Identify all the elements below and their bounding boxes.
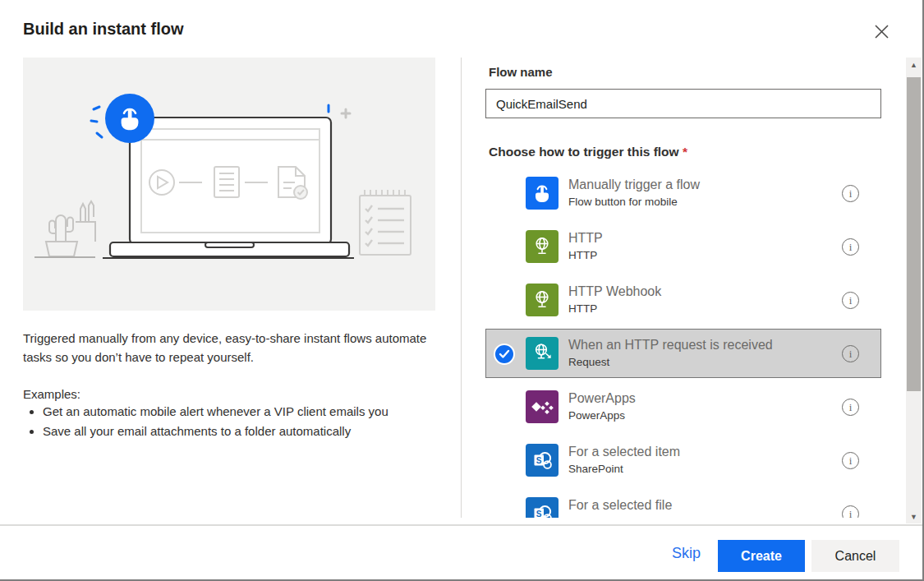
panel-divider: [461, 58, 462, 518]
create-button[interactable]: Create: [718, 540, 805, 572]
trigger-text: PowerAppsPowerApps: [568, 390, 831, 423]
trigger-option[interactable]: SFor a selected filei: [485, 489, 881, 518]
flow-name-input[interactable]: [485, 89, 881, 118]
trigger-subtitle: HTTP: [568, 301, 831, 316]
info-icon[interactable]: i: [842, 238, 859, 256]
info-icon[interactable]: i: [842, 292, 859, 309]
example-item: Get an automatic mobile alert whenever a…: [43, 402, 430, 422]
dialog-title: Build an instant flow: [23, 20, 184, 39]
close-button[interactable]: [864, 14, 899, 48]
powerapps-icon: [526, 390, 559, 423]
info-icon[interactable]: i: [842, 345, 859, 362]
trigger-subtitle: HTTP: [568, 247, 831, 263]
description-text: Triggered manually from any device, easy…: [23, 329, 440, 367]
trigger-option[interactable]: When an HTTP request is receivedRequesti: [485, 329, 881, 378]
trigger-text: HTTP WebhookHTTP: [568, 283, 831, 316]
skip-button[interactable]: Skip: [672, 545, 701, 562]
example-item: Save all your email attachments to a fol…: [43, 422, 430, 441]
examples-label: Examples:: [23, 385, 440, 403]
trigger-option[interactable]: Manually trigger a flowFlow button for m…: [485, 168, 881, 218]
scrollbar-thumb[interactable]: [907, 77, 921, 391]
info-icon[interactable]: i: [842, 452, 859, 469]
close-icon: [874, 24, 890, 39]
svg-text:S: S: [536, 456, 542, 465]
trigger-title: HTTP: [568, 229, 831, 247]
examples-list: Get an automatic mobile alert whenever a…: [26, 402, 430, 441]
info-icon[interactable]: i: [842, 399, 859, 416]
trigger-title: Manually trigger a flow: [568, 176, 831, 194]
trigger-text: For a selected itemSharePoint: [568, 443, 831, 477]
sharepoint-icon: S: [526, 497, 559, 518]
svg-text:S: S: [536, 510, 542, 518]
trigger-text: Manually trigger a flowFlow button for m…: [568, 176, 831, 210]
trigger-title: HTTP Webhook: [568, 283, 831, 301]
flow-name-label: Flow name: [489, 65, 553, 79]
footer-divider: [0, 524, 924, 526]
required-marker: *: [683, 145, 687, 159]
trigger-option[interactable]: SFor a selected itemSharePointi: [485, 436, 881, 485]
trigger-title: For a selected item: [568, 443, 831, 461]
trigger-title: PowerApps: [568, 390, 831, 408]
trigger-subtitle: SharePoint: [568, 461, 831, 477]
touch-icon: [526, 177, 559, 210]
scrollbar[interactable]: ▲ ▼: [906, 58, 922, 523]
trigger-option[interactable]: HTTP WebhookHTTPi: [485, 275, 881, 325]
cancel-button[interactable]: Cancel: [811, 540, 899, 572]
trigger-title: When an HTTP request is received: [568, 336, 831, 354]
trigger-subtitle: PowerApps: [568, 408, 831, 423]
globe-icon: [526, 284, 559, 316]
scroll-up-icon[interactable]: ▲: [906, 58, 922, 71]
trigger-subtitle: Request: [568, 354, 831, 370]
globe-icon: [526, 230, 559, 263]
trigger-text: HTTPHTTP: [568, 229, 831, 263]
trigger-subtitle: Flow button for mobile: [568, 194, 831, 210]
trigger-text: For a selected file: [568, 496, 831, 514]
selected-check-icon: [494, 344, 515, 365]
trigger-list: Manually trigger a flowFlow button for m…: [485, 168, 881, 518]
trigger-option[interactable]: PowerAppsPowerAppsi: [485, 382, 881, 431]
globe-request-icon: [526, 337, 559, 370]
scroll-down-icon[interactable]: ▼: [906, 510, 922, 523]
trigger-title: For a selected file: [568, 496, 831, 514]
trigger-section-label: Choose how to trigger this flow *: [489, 145, 687, 159]
trigger-option[interactable]: HTTPHTTPi: [485, 222, 881, 271]
sharepoint-icon: S: [526, 444, 559, 477]
trigger-text: When an HTTP request is receivedRequest: [568, 336, 831, 370]
instant-flow-illustration: [23, 58, 435, 311]
info-icon[interactable]: i: [842, 505, 859, 518]
info-icon[interactable]: i: [842, 185, 859, 202]
